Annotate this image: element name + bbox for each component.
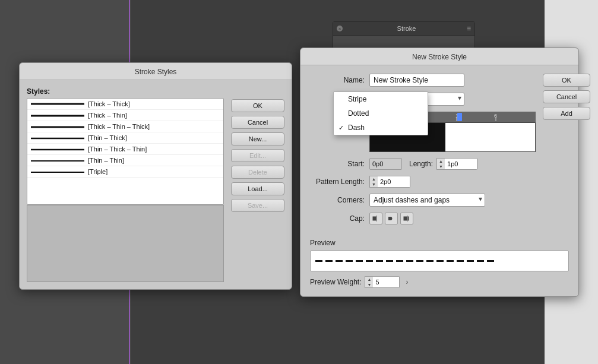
- style-label-3: [Thin – Thick]: [88, 134, 127, 141]
- preview-weight-spinner: ▲ ▼: [365, 276, 400, 288]
- save-button[interactable]: Save...: [231, 199, 284, 212]
- pattern-length-down-arrow[interactable]: ▼: [370, 182, 378, 187]
- stroke-panel-menu[interactable]: ≡: [467, 24, 471, 33]
- corners-label: Corners:: [310, 196, 369, 204]
- preview-dash-1: [315, 260, 322, 262]
- cap-buttons: [369, 213, 413, 224]
- preview-dash-13: [436, 260, 444, 262]
- preview-weight-arrow-right[interactable]: ›: [406, 278, 408, 286]
- type-dropdown-popup: Stripe Dotted Dash: [333, 91, 428, 135]
- preview-dash-4: [346, 260, 353, 262]
- svg-rect-13: [388, 217, 391, 220]
- style-label-1: [Thick – Thin]: [88, 112, 127, 119]
- cap-square-icon: [403, 214, 411, 223]
- edit-button[interactable]: Edit...: [231, 149, 284, 162]
- style-label-2: [Thick – Thin – Thick]: [88, 123, 150, 130]
- dash-marker[interactable]: [457, 113, 462, 121]
- preview-dash-15: [457, 260, 464, 262]
- svg-rect-11: [373, 217, 376, 220]
- style-label-0: [Thick – Thick]: [88, 100, 130, 107]
- new-stroke-title: New Stroke Style: [300, 48, 578, 65]
- preview-dash-8: [386, 260, 393, 262]
- cap-butt-icon: [372, 214, 380, 223]
- styles-panel: Styles: [Thick – Thick] [Thick – Thin] […: [27, 87, 224, 282]
- new-stroke-dialog: New Stroke Style Name: Type: Dash Stripe…: [300, 48, 579, 297]
- new-stroke-buttons: OK Cancel Add: [543, 74, 590, 230]
- start-length-row: Start: Length: ▲ ▼: [310, 158, 536, 170]
- preview-weight-label: Preview Weight:: [310, 278, 361, 286]
- svg-rect-14: [404, 217, 409, 220]
- length-down-arrow[interactable]: ▼: [437, 164, 445, 169]
- preview-dash-10: [406, 260, 413, 262]
- cap-butt-button[interactable]: [369, 213, 382, 224]
- new-stroke-ok-button[interactable]: OK: [543, 74, 590, 87]
- dropdown-dotted-label: Dotted: [348, 109, 369, 118]
- dropdown-dash-label: Dash: [348, 124, 365, 132]
- cap-label: Cap:: [310, 214, 369, 223]
- preview-label: Preview: [310, 239, 569, 247]
- preview-dash-12: [426, 260, 434, 262]
- corners-select-wrapper: Adjust dashes and gaps Adjust dashes and…: [369, 194, 485, 207]
- style-label-4: [Thin – Thick – Thin]: [88, 145, 147, 153]
- cap-round-icon: [387, 214, 395, 223]
- preview-dashes: [315, 260, 494, 262]
- preview-dash-11: [416, 260, 423, 262]
- new-stroke-add-button[interactable]: Add: [543, 107, 590, 120]
- dropdown-stripe-label: Stripe: [348, 95, 366, 103]
- style-item-0[interactable]: [Thick – Thick]: [27, 99, 223, 110]
- preview-dash-16: [467, 260, 474, 262]
- stroke-panel-title: Stroke: [346, 25, 467, 32]
- length-up-arrow[interactable]: ▲: [437, 159, 445, 164]
- stroke-styles-title: Stroke Styles: [20, 63, 292, 80]
- cancel-button[interactable]: Cancel: [231, 116, 284, 129]
- preview-box: [310, 251, 569, 271]
- preview-dash-17: [477, 260, 484, 262]
- load-button[interactable]: Load...: [231, 182, 284, 195]
- pattern-length-spinner: ▲ ▼: [369, 176, 410, 188]
- style-item-5[interactable]: [Thin – Thin]: [27, 155, 223, 166]
- pattern-length-input[interactable]: [378, 176, 410, 188]
- preview-weight-input[interactable]: [373, 276, 400, 288]
- preview-dash-7: [376, 260, 383, 262]
- new-stroke-cancel-button[interactable]: Cancel: [543, 90, 590, 103]
- dropdown-dash[interactable]: Dash: [334, 121, 428, 135]
- stroke-panel-titlebar: × Stroke ≡: [333, 22, 474, 36]
- style-item-4[interactable]: [Thin – Thick – Thin]: [27, 144, 223, 155]
- new-button[interactable]: New...: [231, 132, 284, 145]
- corners-select[interactable]: Adjust dashes and gaps Adjust dashes and…: [369, 194, 485, 207]
- corners-row: Corners: Adjust dashes and gaps Adjust d…: [310, 194, 536, 207]
- pattern-length-up-arrow[interactable]: ▲: [370, 176, 378, 182]
- style-item-2[interactable]: [Thick – Thin – Thick]: [27, 121, 223, 132]
- styles-empty-area: [27, 205, 224, 282]
- start-label: Start:: [310, 160, 369, 168]
- dash-white-area: [445, 123, 535, 151]
- style-label-6: [Triple]: [88, 168, 107, 175]
- dropdown-dotted[interactable]: Dotted: [334, 106, 428, 121]
- preview-weight-down[interactable]: ▼: [365, 282, 373, 287]
- length-input[interactable]: [445, 158, 477, 170]
- style-label-5: [Thin – Thin]: [88, 157, 124, 164]
- stroke-close-button[interactable]: ×: [337, 26, 343, 31]
- styles-label: Styles:: [27, 87, 224, 96]
- preview-dash-2: [325, 260, 333, 262]
- pattern-length-label: Pattern Length:: [310, 178, 369, 186]
- dropdown-stripe[interactable]: Stripe: [334, 92, 428, 106]
- cap-round-button[interactable]: [385, 213, 398, 224]
- delete-button[interactable]: Delete: [231, 166, 284, 179]
- preview-dash-6: [366, 260, 373, 262]
- cap-square-button[interactable]: [400, 213, 413, 224]
- stroke-styles-buttons: OK Cancel New... Edit... Delete Load... …: [231, 87, 284, 282]
- preview-weight-up[interactable]: ▲: [365, 277, 373, 282]
- start-input[interactable]: [369, 158, 402, 170]
- style-item-1[interactable]: [Thick – Thin]: [27, 110, 223, 121]
- preview-dash-9: [396, 260, 403, 262]
- preview-section: Preview: [300, 239, 578, 296]
- name-row: Name:: [310, 74, 536, 87]
- cap-row: Cap:: [310, 213, 536, 224]
- pattern-length-row: Pattern Length: ▲ ▼: [310, 176, 536, 188]
- preview-dash-14: [447, 260, 454, 262]
- ok-button[interactable]: OK: [231, 99, 284, 112]
- style-item-6[interactable]: [Triple]: [27, 166, 223, 178]
- style-item-3[interactable]: [Thin – Thick]: [27, 132, 223, 144]
- name-input[interactable]: [369, 74, 464, 87]
